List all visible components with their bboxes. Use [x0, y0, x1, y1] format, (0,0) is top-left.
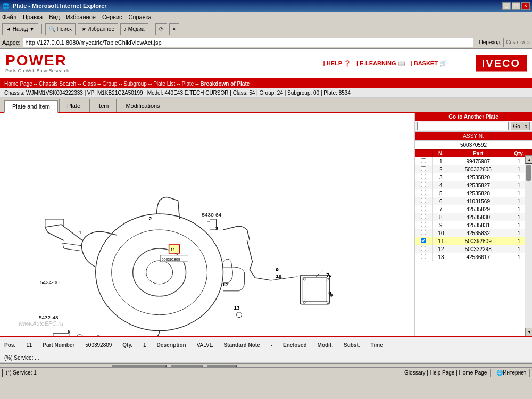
address-input[interactable] [23, 38, 473, 47]
row-checkbox[interactable] [415, 197, 433, 205]
menu-help[interactable]: Справка [129, 14, 152, 20]
row-part[interactable]: 42535830 [450, 213, 506, 221]
breadcrumb-chassis[interactable]: Chassis Search [39, 81, 76, 87]
table-row[interactable]: 11 500392809 1 [415, 237, 532, 245]
table-row[interactable]: 2 500332605 1 [415, 165, 532, 173]
row-num: 7 [432, 205, 450, 213]
breadcrumb-group[interactable]: Group [103, 81, 118, 87]
title-bar: 🌐 Plate - Microsoft Internet Explorer _ … [0, 0, 532, 12]
table-row[interactable]: 3 42535820 1 [415, 173, 532, 181]
table-row[interactable]: 1 99475987 1 [415, 157, 532, 165]
row-part[interactable]: 42535832 [450, 229, 506, 237]
row-checkbox[interactable] [415, 165, 433, 173]
row-part[interactable]: 500332605 [450, 165, 506, 173]
row-part[interactable]: 500392809 [450, 237, 506, 245]
elearning-link[interactable]: | E-LEARNING 📖 [356, 60, 405, 67]
row-checkbox[interactable] [415, 253, 433, 261]
table-row[interactable]: 6 41031569 1 [415, 197, 532, 205]
menu-bar: Файл Правка Вид Избранное Сервис Справка [0, 12, 532, 22]
goto-plate-button[interactable]: Go To [511, 122, 530, 130]
row-checkbox[interactable] [415, 213, 433, 221]
parts-table: N. Part Qty. 1 99475987 1 2 500332605 1 … [415, 149, 532, 261]
search-button[interactable]: 🔍 Поиск [45, 23, 76, 35]
table-row[interactable]: 7 42535829 1 [415, 205, 532, 213]
media-button[interactable]: ♪ Медиа [120, 23, 148, 35]
toolbar-icon-2[interactable]: × [169, 23, 180, 35]
row-part[interactable]: 42535831 [450, 221, 506, 229]
row-part[interactable]: 42535828 [450, 189, 506, 197]
tab-modifications[interactable]: Modifications [118, 99, 168, 112]
parts-panel: Go to Another Plate Go To ASSY N. 500370… [415, 113, 532, 336]
menu-edit[interactable]: Правка [23, 14, 43, 20]
go-button[interactable]: Переход [476, 38, 504, 47]
row-checkbox[interactable] [415, 221, 433, 229]
power-logo: POWER Parts On Web Easy Research [5, 53, 69, 73]
row-checkbox[interactable] [415, 157, 433, 165]
row-num: 3 [432, 173, 450, 181]
row-part[interactable]: 99475987 [450, 157, 506, 165]
row-num: 6 [432, 197, 450, 205]
goto-plate-input[interactable] [417, 122, 509, 130]
tab-plate[interactable]: Plate [59, 99, 88, 112]
toolbar-icon-1[interactable]: ⟳ [155, 23, 167, 35]
table-row[interactable]: 9 42535831 1 [415, 221, 532, 229]
minimize-button[interactable]: _ [502, 2, 511, 10]
breadcrumb-class[interactable]: Class [82, 81, 96, 87]
table-row[interactable]: 4 42535827 1 [415, 181, 532, 189]
help-link[interactable]: | HELP ❓ [323, 60, 351, 67]
menu-tools[interactable]: Сервис [102, 14, 122, 20]
tab-item[interactable]: Item [89, 99, 117, 112]
menu-file[interactable]: Файл [2, 14, 16, 20]
table-row[interactable]: 12 500332298 1 [415, 245, 532, 253]
assy-value: 500370592 [415, 141, 532, 149]
favorites-button[interactable]: ★ Избранное [78, 23, 118, 35]
row-part[interactable]: 42535820 [450, 173, 506, 181]
row-checkbox[interactable] [415, 181, 433, 189]
row-part[interactable]: 42535829 [450, 205, 506, 213]
table-row[interactable]: 10 42535832 1 [415, 229, 532, 237]
row-part[interactable]: 500332298 [450, 245, 506, 253]
scroll-track [525, 164, 532, 328]
qty-label: Qty. [122, 342, 132, 348]
parts-scrollbar[interactable]: ▲ ▼ [525, 155, 532, 336]
svg-text:5432-48: 5432-48 [39, 314, 59, 320]
breadcrumb-home[interactable]: Home Page [4, 81, 32, 87]
maximize-button[interactable]: □ [512, 2, 520, 10]
row-checkbox[interactable] [415, 189, 433, 197]
add-to-basket-button[interactable]: Add to Basket 🛒 [112, 365, 167, 367]
table-row[interactable]: 13 42536617 1 [415, 253, 532, 261]
menu-favorites[interactable]: Избранное [66, 14, 96, 20]
col-checkbox [415, 150, 433, 157]
scroll-down[interactable]: ▼ [525, 328, 532, 336]
save-button[interactable]: Save 0 [207, 365, 237, 367]
basket-link[interactable]: | BASKET 🛒 [411, 60, 447, 67]
svg-text:5430-64: 5430-64 [202, 212, 222, 218]
back-button[interactable]: ◄ Назад ▼ [2, 23, 38, 35]
iveco-logo: IVECO [476, 55, 527, 72]
breadcrumb-plate[interactable]: Plate [181, 81, 194, 87]
close-button[interactable]: × [521, 2, 530, 10]
row-part[interactable]: 42536617 [450, 253, 506, 261]
power-header: POWER Parts On Web Easy Research | HELP … [0, 49, 532, 79]
row-part[interactable]: 41031569 [450, 197, 506, 205]
row-checkbox[interactable] [415, 229, 433, 237]
window-controls[interactable]: _ □ × [502, 2, 530, 10]
print-button[interactable]: Print 🖨️ [171, 365, 203, 367]
bottom-row: (%) Service: ... [0, 353, 532, 363]
breadcrumb-subgroup[interactable]: Subgroup [124, 81, 147, 87]
breadcrumb-platelist[interactable]: Plate List [153, 81, 175, 87]
table-row[interactable]: 8 42535830 1 [415, 213, 532, 221]
row-num: 10 [432, 229, 450, 237]
address-bar: Адрес: Переход Ссылки » [0, 36, 532, 49]
row-checkbox[interactable] [415, 173, 433, 181]
svg-text:▲: ▲ [275, 267, 279, 272]
row-checkbox[interactable] [415, 205, 433, 213]
row-part[interactable]: 42535827 [450, 181, 506, 189]
menu-view[interactable]: Вид [49, 14, 60, 20]
row-checkbox[interactable] [415, 237, 433, 245]
row-checkbox[interactable] [415, 245, 433, 253]
row-num: 12 [432, 245, 450, 253]
tab-plate-and-item[interactable]: Plate and Item [4, 100, 58, 113]
scroll-up[interactable]: ▲ [525, 155, 532, 164]
table-row[interactable]: 5 42535828 1 [415, 189, 532, 197]
